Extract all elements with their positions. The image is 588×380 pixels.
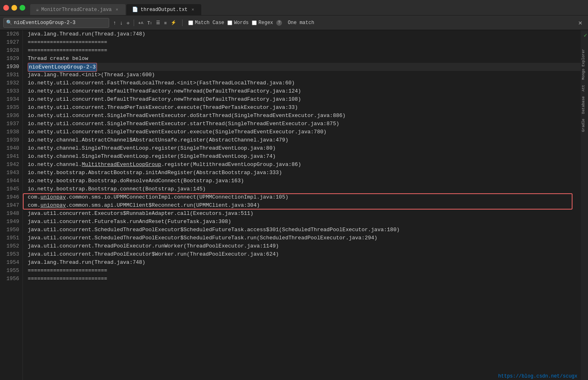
regex-option[interactable]: Regex [252, 20, 273, 26]
words-checkbox[interactable] [227, 20, 232, 25]
line-number-1931: 1931 [3, 71, 19, 79]
code-line-1939: io.netty.channel.AbstractChannel$Abstrac… [28, 136, 581, 144]
words-label: Words [234, 20, 249, 26]
code-line-1949: java.util.concurrent.FutureTask.runAndRe… [28, 218, 581, 226]
right-strip: ✓ Mongo Explorer Att Database Gradle [581, 30, 588, 380]
search-toggle-eq[interactable]: ≡ [163, 20, 168, 26]
line-number-1928: 1928 [3, 46, 19, 55]
code-line-1951: java.util.concurrent.ScheduledThreadPool… [28, 234, 581, 242]
line-number-1944: 1944 [3, 177, 19, 185]
line-number-1932: 1932 [3, 79, 19, 87]
side-label-gradle[interactable]: Gradle [581, 116, 588, 134]
code-line-1948: java.util.concurrent.Executors$RunnableA… [28, 210, 581, 218]
code-line-1947: com.unionpay.common.sms.api.UPMMClient$R… [28, 201, 581, 210]
code-line-1931: java.lang.Thread.<init>(Thread.java:600) [28, 71, 581, 79]
line-number-1930: 1930 [3, 63, 19, 71]
line-number-1950: 1950 [3, 226, 19, 234]
search-close-button[interactable]: ✕ [576, 18, 585, 28]
tab-tab-java[interactable]: ☕MonitorThreadCreate.java× [30, 4, 126, 15]
search-divider-2 [182, 20, 183, 26]
code-line-1950: java.util.concurrent.ScheduledThreadPool… [28, 226, 581, 234]
regex-label: Regex [258, 20, 273, 26]
code-line-1927: ========================= [28, 38, 581, 46]
search-prev-button[interactable]: ↑ [112, 19, 118, 27]
code-line-1938: io.netty.util.concurrent.SingleThreadEve… [28, 128, 581, 136]
code-line-1956: ========================= [28, 275, 581, 283]
match-case-option[interactable]: Match Case [188, 20, 224, 26]
line-number-1942: 1942 [3, 161, 19, 169]
scroll-check-icon: ✓ [584, 32, 587, 39]
code-line-1953: java.util.concurrent.ThreadPoolExecutor$… [28, 250, 581, 258]
side-label-att[interactable]: Att [581, 82, 588, 94]
code-line-1955: ========================= [28, 267, 581, 275]
java-icon: ☕ [36, 7, 39, 13]
code-line-1944: io.netty.bootstrap.Bootstrap.doResolveAn… [28, 177, 581, 185]
search-clear-button[interactable]: ⎆ [125, 20, 131, 26]
search-bar: 🔍 ↑ ↓ ⎆ +A T↕ ☰ ≡ ⚡ Match Case Words Reg… [0, 15, 588, 30]
match-result: One match [288, 20, 314, 26]
code-content: java.lang.Thread.run(Thread.java:748)===… [23, 30, 581, 380]
code-line-1933: io.netty.util.concurrent.DefaultThreadFa… [28, 87, 581, 95]
line-number-1926: 1926 [3, 30, 19, 38]
editor-area: 1926192719281929193019311932193319341935… [0, 30, 588, 380]
code-line-1932: io.netty.util.concurrent.FastThreadLocal… [28, 79, 581, 87]
side-label-database[interactable]: Database [581, 94, 588, 116]
code-line-1926: java.lang.Thread.run(Thread.java:748) [28, 30, 581, 38]
line-number-1945: 1945 [3, 185, 19, 193]
match-case-checkbox[interactable] [188, 20, 193, 25]
code-line-1929: Thread create below [28, 55, 581, 63]
search-next-button[interactable]: ↓ [119, 19, 125, 27]
tab-close-tab-txt[interactable]: × [190, 7, 196, 13]
line-number-1954: 1954 [3, 258, 19, 267]
line-number-1929: 1929 [3, 55, 19, 63]
line-number-1953: 1953 [3, 250, 19, 258]
tab-close-tab-java[interactable]: × [114, 7, 120, 13]
line-number-1952: 1952 [3, 242, 19, 250]
code-line-1937: io.netty.util.concurrent.SingleThreadEve… [28, 120, 581, 128]
code-line-1928: ========================= [28, 46, 581, 55]
search-toggle-tt[interactable]: T↕ [146, 20, 154, 26]
code-line-1954: java.lang.Thread.run(Thread.java:748) [28, 258, 581, 267]
code-line-1934: io.netty.util.concurrent.DefaultThreadFa… [28, 95, 581, 104]
code-line-1942: io.netty.channel.MultithreadEventLoopGro… [28, 161, 581, 169]
search-toggle-mtt[interactable]: ☰ [154, 19, 162, 26]
tab-label-tab-java: MonitorThreadCreate.java [41, 7, 112, 13]
line-number-1955: 1955 [3, 267, 19, 275]
search-match-highlight: nioEventLoopGroup-2-3 [28, 63, 97, 72]
side-labels-container: Mongo Explorer Att Database Gradle [581, 46, 588, 134]
search-input[interactable] [14, 20, 87, 26]
code-line-1952: java.util.concurrent.ThreadPoolExecutor.… [28, 242, 581, 250]
side-label-mongo[interactable]: Mongo Explorer [581, 46, 588, 82]
line-number-1933: 1933 [3, 87, 19, 95]
line-number-1934: 1934 [3, 95, 19, 104]
search-divider [134, 20, 134, 26]
code-line-1946: com.unionpay.common.sms.io.UPMMConnectio… [28, 193, 581, 201]
minimize-button[interactable] [11, 5, 17, 11]
code-line-1930: nioEventLoopGroup-2-3 [28, 63, 581, 71]
line-number-1940: 1940 [3, 144, 19, 152]
search-input-wrapper[interactable]: 🔍 [3, 18, 109, 28]
search-filter-button[interactable]: ⚡ [169, 19, 178, 26]
code-area-wrapper: 1926192719281929193019311932193319341935… [0, 30, 581, 380]
search-icon: 🔍 [6, 20, 12, 26]
txt-icon: 📄 [132, 7, 138, 13]
regex-help-icon[interactable]: ? [276, 20, 282, 26]
maximize-button[interactable] [20, 5, 25, 11]
search-toggle-aa[interactable]: +A [137, 20, 145, 26]
code-line-1941: io.netty.channel.SingleThreadEventLoop.r… [28, 152, 581, 161]
line-number-1949: 1949 [3, 218, 19, 226]
window-controls [3, 5, 25, 11]
close-button[interactable] [3, 5, 9, 11]
line-number-1941: 1941 [3, 152, 19, 161]
regex-checkbox[interactable] [252, 20, 257, 25]
words-option[interactable]: Words [227, 20, 249, 26]
line-number-1946: 1946 [3, 193, 19, 201]
line-number-1956: 1956 [3, 275, 19, 283]
status-bar: https://blog.csdn.net/scugx [495, 373, 581, 380]
line-number-1948: 1948 [3, 210, 19, 218]
tab-tab-txt[interactable]: 📄threadOutput.txt× [126, 4, 201, 15]
match-case-label: Match Case [195, 20, 224, 26]
line-number-1943: 1943 [3, 169, 19, 177]
line-number-1947: 1947 [3, 201, 19, 210]
tabs-container: ☕MonitorThreadCreate.java×📄threadOutput.… [30, 0, 201, 15]
